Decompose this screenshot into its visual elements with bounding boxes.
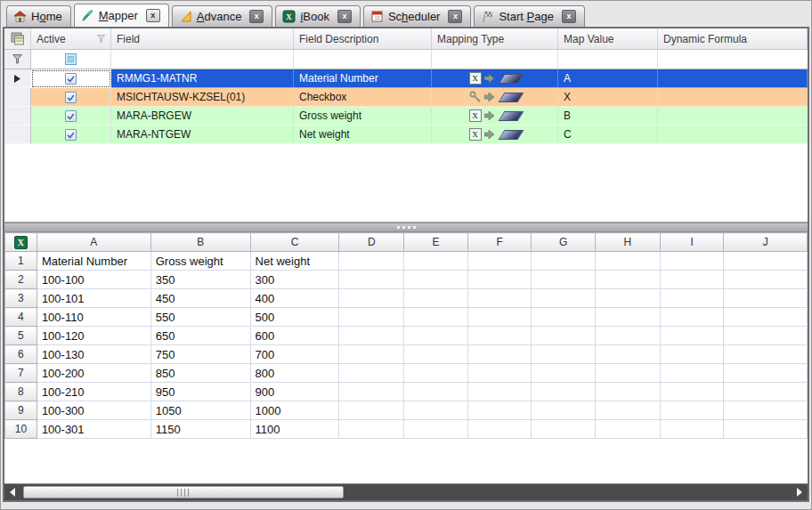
mapping-row[interactable]: MARA-NTGEW Net weight X C <box>4 125 808 144</box>
active-checkbox[interactable] <box>65 73 77 85</box>
spreadsheet-cell[interactable] <box>404 364 468 383</box>
spreadsheet-cell[interactable] <box>339 327 404 345</box>
spreadsheet-cell[interactable] <box>339 383 404 401</box>
tab-home[interactable]: Home <box>6 5 71 27</box>
mapping-row[interactable]: RMMG1-MATNR Material Number X A <box>4 69 808 88</box>
row-header-7[interactable]: 7 <box>5 364 37 383</box>
spreadsheet-cell[interactable] <box>404 327 468 345</box>
mapping-type-cell[interactable]: X <box>432 125 558 144</box>
mapping-row[interactable]: MSICHTAUSW-KZSEL(01) Checkbox X <box>4 88 808 107</box>
close-icon[interactable]: x <box>448 10 462 23</box>
spreadsheet-cell[interactable] <box>467 345 532 364</box>
spreadsheet-cell[interactable]: 100-101 <box>37 289 150 308</box>
column-header-j[interactable]: J <box>724 233 808 252</box>
spreadsheet-cell[interactable] <box>660 345 724 364</box>
spreadsheet-cell[interactable]: 100-130 <box>37 345 150 364</box>
column-header-mapping-type[interactable]: Mapping Type <box>432 28 558 49</box>
spreadsheet-cell[interactable] <box>532 252 596 271</box>
spreadsheet-cell[interactable] <box>532 383 596 401</box>
spreadsheet-cell[interactable] <box>724 420 808 439</box>
active-checkbox[interactable] <box>65 129 77 141</box>
spreadsheet-cell[interactable]: 650 <box>150 327 250 345</box>
spreadsheet-cell[interactable]: 850 <box>150 364 250 383</box>
field-cell[interactable]: MARA-BRGEW <box>111 107 294 125</box>
spreadsheet-cell[interactable]: 100-301 <box>37 420 150 439</box>
spreadsheet-cell[interactable] <box>339 289 404 308</box>
column-header-field[interactable]: Field <box>111 28 294 49</box>
mapping-type-cell[interactable]: X <box>432 69 558 88</box>
field-cell[interactable]: MARA-NTGEW <box>111 125 294 144</box>
description-cell[interactable]: Net weight <box>294 125 432 144</box>
spreadsheet-cell[interactable] <box>660 401 724 420</box>
spreadsheet-cell[interactable] <box>724 383 808 401</box>
column-header-map-value[interactable]: Map Value <box>558 28 658 49</box>
field-cell[interactable]: MSICHTAUSW-KZSEL(01) <box>111 88 294 107</box>
tab-scheduler[interactable]: Scheduler x <box>363 5 472 27</box>
row-header-2[interactable]: 2 <box>5 271 37 289</box>
spreadsheet-cell[interactable]: Net weight <box>250 252 339 271</box>
mapping-type-cell[interactable] <box>432 88 558 107</box>
spreadsheet-cell[interactable]: 450 <box>150 289 250 308</box>
spreadsheet-cell[interactable] <box>724 327 808 345</box>
column-header-a[interactable]: A <box>37 233 150 252</box>
filter-checkbox[interactable] <box>65 53 77 65</box>
spreadsheet-cell[interactable]: 100-300 <box>37 401 150 420</box>
scroll-right-button[interactable] <box>792 484 808 500</box>
spreadsheet-cell[interactable] <box>467 271 532 289</box>
spreadsheet-cell[interactable]: 350 <box>150 271 250 289</box>
spreadsheet-cell[interactable]: 750 <box>150 345 250 364</box>
spreadsheet-cell[interactable] <box>339 345 404 364</box>
spreadsheet-cell[interactable]: 100-100 <box>37 271 150 289</box>
spreadsheet-cell[interactable]: 1000 <box>250 401 339 420</box>
row-header-5[interactable]: 5 <box>5 327 37 345</box>
spreadsheet-cell[interactable] <box>339 364 404 383</box>
spreadsheet-cell[interactable] <box>660 289 724 308</box>
spreadsheet-cell[interactable] <box>339 401 404 420</box>
spreadsheet-cell[interactable]: 700 <box>250 345 339 364</box>
row-header-4[interactable]: 4 <box>5 308 37 327</box>
spreadsheet-cell[interactable] <box>660 271 724 289</box>
column-header-i[interactable]: I <box>660 233 724 252</box>
spreadsheet-cell[interactable] <box>532 420 596 439</box>
active-checkbox[interactable] <box>65 92 77 103</box>
map-value-cell[interactable]: X <box>558 88 658 107</box>
spreadsheet-cell[interactable] <box>724 271 808 289</box>
dynamic-formula-cell[interactable] <box>658 107 808 125</box>
spreadsheet-cell[interactable] <box>724 289 808 308</box>
spreadsheet-cell[interactable] <box>339 271 404 289</box>
spreadsheet-cell[interactable] <box>532 289 596 308</box>
spreadsheet-cell[interactable] <box>404 383 468 401</box>
column-header-active[interactable]: Active <box>31 28 111 49</box>
scroll-left-button[interactable] <box>4 484 20 500</box>
row-header-6[interactable]: 6 <box>5 345 37 364</box>
spreadsheet-cell[interactable] <box>532 401 596 420</box>
spreadsheet-cell[interactable]: 400 <box>250 289 339 308</box>
close-icon[interactable]: x <box>146 9 160 22</box>
spreadsheet-cell[interactable] <box>404 308 468 327</box>
tab-advance[interactable]: Advance x <box>172 5 273 27</box>
filter-active-cell[interactable] <box>31 50 111 69</box>
filter-description-cell[interactable] <box>294 50 432 69</box>
spreadsheet-cell[interactable] <box>467 364 532 383</box>
close-icon[interactable]: x <box>249 10 264 23</box>
spreadsheet-cell[interactable] <box>467 420 532 439</box>
column-header-field-description[interactable]: Field Description <box>294 28 432 49</box>
active-cell[interactable] <box>31 69 111 88</box>
spreadsheet-cell[interactable] <box>596 383 661 401</box>
column-header-b[interactable]: B <box>150 233 250 252</box>
spreadsheet-cell[interactable] <box>596 252 661 271</box>
spreadsheet-cell[interactable] <box>660 364 724 383</box>
column-header-g[interactable]: G <box>532 233 596 252</box>
spreadsheet-cell[interactable] <box>724 345 808 364</box>
active-cell[interactable] <box>31 88 111 107</box>
close-icon[interactable]: x <box>337 10 352 23</box>
spreadsheet-cell[interactable] <box>532 308 596 327</box>
tab-mapper[interactable]: Mapper x <box>74 4 169 27</box>
spreadsheet-cell[interactable]: 1050 <box>150 401 250 420</box>
mapping-type-cell[interactable]: X <box>432 107 558 125</box>
spreadsheet-cell[interactable] <box>532 327 596 345</box>
spreadsheet-corner-cell[interactable]: X <box>5 233 37 252</box>
column-header-d[interactable]: D <box>339 233 404 252</box>
spreadsheet-cell[interactable]: 100-120 <box>37 327 150 345</box>
spreadsheet-cell[interactable] <box>596 308 661 327</box>
